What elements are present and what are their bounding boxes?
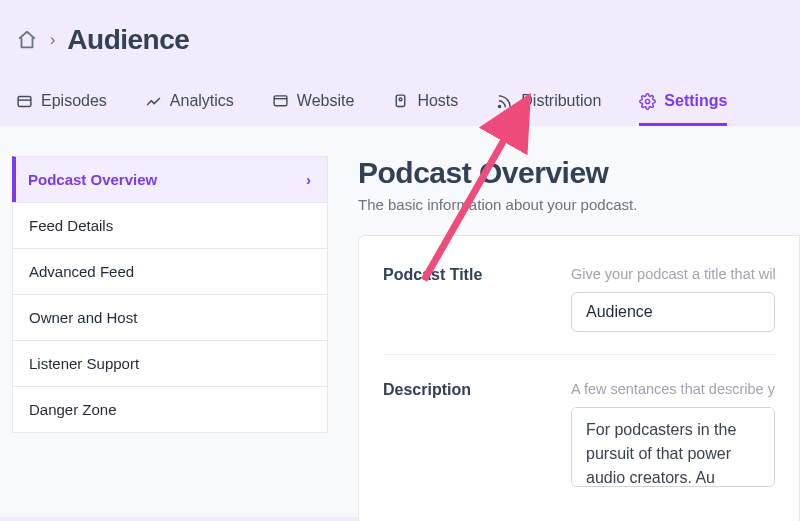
tab-hosts[interactable]: Hosts (392, 76, 458, 126)
tab-label: Analytics (170, 92, 234, 110)
home-icon[interactable] (16, 29, 38, 51)
content-heading: Podcast Overview (358, 156, 800, 190)
sidebar-item-label: Listener Support (29, 355, 139, 372)
content: Podcast Overview The basic information a… (358, 156, 800, 517)
tab-website[interactable]: Website (272, 76, 355, 126)
description-label: Description (383, 381, 547, 399)
form-row-title: Podcast Title Give your podcast a title … (383, 256, 775, 354)
content-subtitle: The basic information about your podcast… (358, 196, 800, 213)
settings-sidebar: Podcast Overview › Feed Details Advanced… (12, 156, 328, 517)
sidebar-item-advanced-feed[interactable]: Advanced Feed (12, 248, 328, 294)
description-textarea[interactable] (571, 407, 775, 487)
svg-point-5 (399, 97, 402, 100)
chevron-right-icon: › (306, 171, 311, 188)
tab-label: Settings (664, 92, 727, 110)
tab-label: Website (297, 92, 355, 110)
tab-analytics[interactable]: Analytics (145, 76, 234, 126)
analytics-icon (145, 93, 162, 110)
tab-label: Hosts (417, 92, 458, 110)
sidebar-item-danger-zone[interactable]: Danger Zone (12, 386, 328, 433)
tab-label: Distribution (521, 92, 601, 110)
podcast-title-hint: Give your podcast a title that will hel (571, 266, 775, 282)
sidebar-item-owner-and-host[interactable]: Owner and Host (12, 294, 328, 340)
description-hint: A few sentances that describe your s (571, 381, 775, 397)
sidebar-item-podcast-overview[interactable]: Podcast Overview › (12, 156, 328, 202)
sidebar-item-label: Feed Details (29, 217, 113, 234)
tab-episodes[interactable]: Episodes (16, 76, 107, 126)
chevron-right-icon: › (50, 31, 55, 49)
svg-point-6 (499, 105, 501, 107)
hosts-icon (392, 93, 409, 110)
episodes-icon (16, 93, 33, 110)
podcast-title-input[interactable] (571, 292, 775, 332)
settings-card: Podcast Title Give your podcast a title … (358, 235, 800, 521)
breadcrumb: › Audience (0, 0, 800, 76)
podcast-title-label: Podcast Title (383, 266, 547, 284)
distribution-icon (496, 93, 513, 110)
svg-point-7 (646, 99, 650, 103)
sidebar-item-label: Podcast Overview (28, 171, 157, 188)
sidebar-item-listener-support[interactable]: Listener Support (12, 340, 328, 386)
sidebar-item-label: Owner and Host (29, 309, 137, 326)
svg-rect-0 (18, 96, 31, 106)
sidebar-item-feed-details[interactable]: Feed Details (12, 202, 328, 248)
sidebar-item-label: Danger Zone (29, 401, 117, 418)
svg-rect-2 (274, 95, 287, 105)
tab-distribution[interactable]: Distribution (496, 76, 601, 126)
tabs: Episodes Analytics Website Hosts Distrib… (0, 76, 800, 126)
sidebar-item-label: Advanced Feed (29, 263, 134, 280)
tab-label: Episodes (41, 92, 107, 110)
tab-settings[interactable]: Settings (639, 76, 727, 126)
main: Podcast Overview › Feed Details Advanced… (0, 126, 800, 517)
settings-icon (639, 93, 656, 110)
form-row-description: Description A few sentances that describ… (383, 354, 775, 513)
page-title: Audience (67, 24, 189, 56)
website-icon (272, 93, 289, 110)
